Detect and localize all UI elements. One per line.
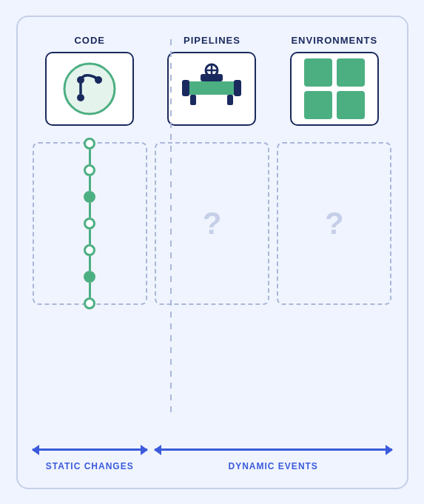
code-icon-box <box>45 52 134 126</box>
static-arrow-line <box>33 448 147 451</box>
code-content-box <box>33 142 147 305</box>
pipelines-icon-box <box>167 52 256 126</box>
git-node-7 <box>84 298 95 309</box>
git-node-6 <box>84 271 95 283</box>
git-node-1 <box>84 138 95 149</box>
svg-rect-15 <box>234 80 241 96</box>
environments-question-mark: ? <box>325 206 344 241</box>
svg-rect-14 <box>182 80 189 96</box>
dynamic-arrow-container <box>155 442 392 458</box>
dynamic-arrow-line <box>155 448 392 451</box>
git-line-4 <box>89 229 91 244</box>
static-changes-section: STATIC CHANGES <box>33 442 147 473</box>
static-arrow-container <box>33 442 147 458</box>
env-cell-1 <box>304 58 332 87</box>
environments-icon-box <box>290 52 379 126</box>
environments-grid <box>298 53 371 125</box>
vertical-divider <box>170 39 172 414</box>
pipelines-question-mark: ? <box>203 206 222 241</box>
static-label: STATIC CHANGES <box>46 461 134 473</box>
git-line-5 <box>89 256 91 271</box>
git-node-2 <box>84 164 95 176</box>
svg-rect-9 <box>227 95 233 105</box>
git-graph <box>84 138 95 309</box>
pipeline-icon <box>178 61 245 116</box>
svg-point-3 <box>77 94 84 101</box>
git-node-4 <box>84 218 95 229</box>
environments-column-header: ENVIRONMENTS <box>277 35 391 126</box>
svg-rect-7 <box>186 81 238 95</box>
env-cell-2 <box>337 58 365 87</box>
dynamic-events-section: DYNAMIC EVENTS <box>155 442 392 473</box>
pipelines-label: PIPELINES <box>184 35 240 46</box>
git-node-5 <box>84 244 95 256</box>
svg-rect-8 <box>190 95 196 105</box>
header-row: CODE PIPELINES <box>33 35 392 126</box>
content-row: ? ? <box>33 142 392 430</box>
dynamic-label: DYNAMIC EVENTS <box>229 461 318 473</box>
git-node-3 <box>84 191 95 203</box>
env-cell-3 <box>304 91 332 119</box>
git-line-2 <box>89 176 91 191</box>
pipelines-content-box: ? <box>155 142 269 305</box>
env-cell-4 <box>337 91 365 119</box>
environments-label: ENVIRONMENTS <box>291 35 377 46</box>
git-line-1 <box>89 149 91 164</box>
code-label: CODE <box>74 35 105 46</box>
git-line-3 <box>89 203 91 218</box>
code-column-header: CODE <box>33 35 147 126</box>
git-line-6 <box>89 283 91 298</box>
environments-content-box: ? <box>277 142 391 305</box>
arrows-row: STATIC CHANGES DYNAMIC EVENTS <box>33 442 392 473</box>
git-icon <box>60 59 119 118</box>
main-card: CODE PIPELINES <box>16 16 408 489</box>
pipelines-column-header: PIPELINES <box>155 35 269 126</box>
